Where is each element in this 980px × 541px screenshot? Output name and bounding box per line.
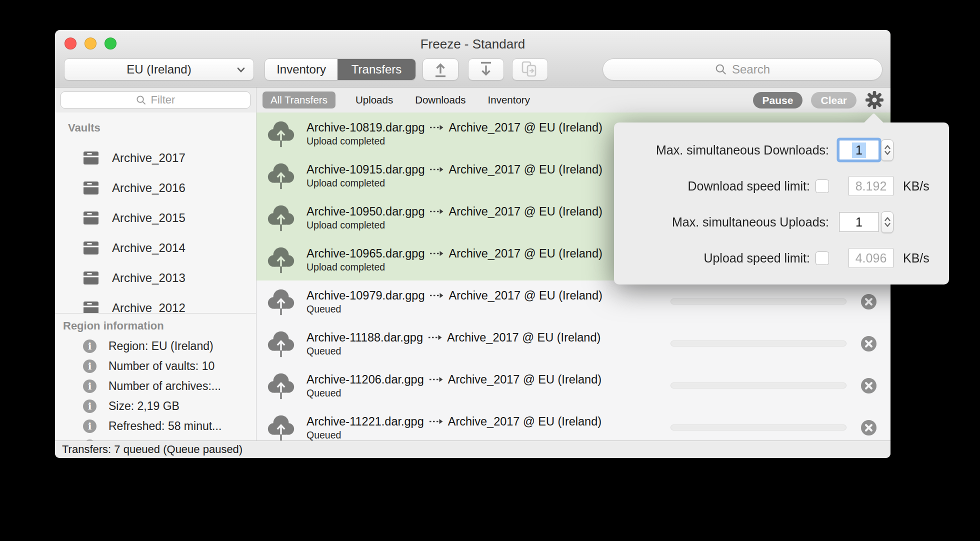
tab-uploads[interactable]: Uploads (356, 94, 393, 106)
dashed-arrow-icon (428, 417, 444, 426)
info-icon: i (83, 340, 96, 353)
region-info-item: iSize: 2,19 GB (55, 396, 256, 416)
filter-input[interactable]: Filter (60, 92, 250, 108)
status-text: Transfers: 7 queued (Queue paused) (62, 443, 242, 456)
transfer-row[interactable]: Archive-11221.dar.gpgArchive_2017 @ EU (… (256, 406, 890, 440)
unit-label: KB/s (899, 179, 936, 194)
download-icon (477, 61, 495, 78)
tab-downloads[interactable]: Downloads (415, 94, 466, 106)
clear-button[interactable]: Clear (811, 92, 856, 108)
vault-item[interactable]: Archive_2016 (55, 173, 256, 203)
vault-item[interactable]: Archive_2014 (55, 233, 256, 263)
region-info-label: Number of archives:... (108, 380, 221, 393)
transfer-title: Archive-11221.dar.gpgArchive_2017 @ EU (… (306, 414, 670, 429)
copy-archive-ids-button[interactable] (512, 58, 548, 80)
transfer-settings-popover: Max. simultaneous Downloads:1Download sp… (614, 122, 949, 284)
transfer-destination: Archive_2017 @ EU (Ireland) (448, 373, 602, 386)
field-value: 1 (852, 142, 866, 158)
transfer-destination: Archive_2017 @ EU (Ireland) (447, 331, 600, 344)
upload-button[interactable] (422, 58, 458, 80)
region-info-item: i (55, 436, 256, 440)
window-chrome: Freeze - Standard EU (Ireland) Inventory… (55, 30, 890, 88)
dashed-arrow-icon (429, 291, 444, 300)
sidebar-divider (55, 313, 256, 314)
region-info-item: iRefreshed: 58 minut... (55, 416, 256, 436)
transfer-filename: Archive-10819.dar.gpg (306, 121, 424, 134)
segment-inventory[interactable]: Inventory (265, 59, 338, 80)
region-info-label: Number of vaults: 10 (108, 360, 214, 373)
chevron-down-icon (236, 67, 246, 73)
download-button[interactable] (468, 58, 504, 80)
cancel-transfer-button[interactable] (860, 378, 877, 394)
region-info-item: iNumber of vaults: 10 (55, 356, 256, 376)
transfer-status: Queued (306, 388, 670, 399)
vault-item[interactable]: Archive_2012 (55, 293, 256, 313)
settings-gear-button[interactable] (865, 90, 884, 110)
popover-label: Upload speed limit: (704, 251, 810, 266)
tab-all-transfers[interactable]: All Transfers (262, 92, 336, 108)
vault-label: Archive_2012 (112, 301, 186, 313)
unit-label: KB/s (899, 251, 936, 266)
transfer-status: Queued (306, 346, 670, 357)
region-info-header: Region information (63, 320, 164, 332)
cloud-upload-icon (266, 412, 296, 440)
dashed-arrow-icon (429, 207, 444, 216)
dashed-arrow-icon (428, 333, 442, 342)
transfer-filename: Archive-11206.dar.gpg (306, 373, 424, 386)
vault-label: Archive_2017 (112, 151, 186, 165)
popover-row-max-downloads: Max. simultaneous Downloads:1 (614, 132, 949, 168)
view-segmented-control: Inventory Transfers (264, 58, 416, 80)
transfer-text: Archive-11221.dar.gpgArchive_2017 @ EU (… (306, 414, 670, 440)
vault-item[interactable]: Archive_2013 (55, 263, 256, 293)
transfer-row[interactable]: Archive-11206.dar.gpgArchive_2017 @ EU (… (256, 364, 890, 406)
vault-icon (83, 241, 99, 255)
transfer-destination: Archive_2017 @ EU (Ireland) (448, 205, 602, 218)
search-icon (715, 64, 727, 76)
download-speed-field[interactable]: 8.192 (848, 176, 894, 196)
stepper-control[interactable] (881, 212, 894, 233)
popover-row-download-speed: Download speed limit:8.192KB/s (614, 168, 949, 204)
cloud-upload-icon (266, 202, 296, 232)
transfer-row[interactable]: Archive-11188.dar.gpgArchive_2017 @ EU (… (256, 322, 890, 364)
transfer-filename: Archive-10915.dar.gpg (306, 163, 424, 176)
progress-bar (670, 340, 846, 346)
region-select[interactable]: EU (Ireland) (64, 58, 254, 80)
transfer-text: Archive-11188.dar.gpgArchive_2017 @ EU (… (306, 330, 670, 357)
search-input[interactable]: Search (602, 58, 882, 80)
transfer-title: Archive-11206.dar.gpgArchive_2017 @ EU (… (306, 372, 670, 387)
vault-icon (83, 151, 99, 165)
cancel-transfer-button[interactable] (860, 294, 877, 310)
sidebar: Filter Vaults Archive_2017Archive_2016Ar… (55, 88, 256, 440)
upload-speed-checkbox[interactable] (816, 252, 829, 265)
upload-speed-field[interactable]: 4.096 (848, 248, 894, 268)
stepper-control[interactable] (881, 140, 894, 161)
max-uploads-field[interactable]: 1 (839, 212, 879, 232)
transfer-text: Archive-10979.dar.gpgArchive_2017 @ EU (… (306, 288, 670, 315)
transfer-text: Archive-11206.dar.gpgArchive_2017 @ EU (… (306, 372, 670, 399)
segment-transfers[interactable]: Transfers (338, 59, 416, 80)
copy-documents-icon (520, 60, 540, 78)
cloud-upload-icon (266, 286, 296, 316)
vault-item[interactable]: Archive_2015 (55, 203, 256, 233)
vault-icon (83, 301, 99, 313)
window-title: Freeze - Standard (55, 36, 890, 52)
dashed-arrow-icon (429, 165, 444, 174)
dashed-arrow-icon (429, 123, 444, 132)
popover-label: Max. simultaneous Uploads: (672, 215, 829, 230)
transfer-destination: Archive_2017 @ EU (Ireland) (448, 163, 602, 176)
popover-row-max-uploads: Max. simultaneous Uploads:1 (614, 204, 949, 240)
cancel-transfer-button[interactable] (860, 420, 877, 436)
info-icon: i (83, 360, 96, 373)
download-speed-checkbox[interactable] (816, 180, 829, 193)
vault-label: Archive_2015 (112, 211, 186, 225)
transfer-destination: Archive_2017 @ EU (Ireland) (448, 415, 602, 428)
tab-inventory[interactable]: Inventory (488, 94, 530, 106)
cloud-upload-icon (266, 328, 296, 358)
cloud-upload-icon (266, 244, 296, 274)
vault-item[interactable]: Archive_2017 (55, 143, 256, 173)
cancel-transfer-button[interactable] (860, 336, 877, 352)
max-downloads-field[interactable]: 1 (839, 140, 879, 160)
popover-rows: Max. simultaneous Downloads:1Download sp… (614, 122, 949, 276)
transfer-row[interactable]: Archive-10979.dar.gpgArchive_2017 @ EU (… (256, 280, 890, 322)
pause-button[interactable]: Pause (753, 92, 803, 108)
